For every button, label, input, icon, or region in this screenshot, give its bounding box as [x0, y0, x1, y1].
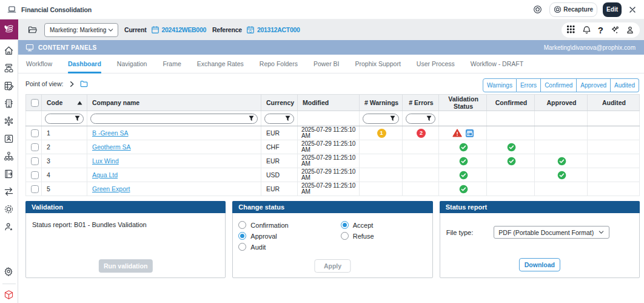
tab-user-process[interactable]: User Process: [409, 55, 463, 73]
file-type-select[interactable]: PDF (Portable Document Format): [494, 226, 609, 239]
column-header-audited[interactable]: Audited: [588, 95, 640, 111]
tab-power-bi[interactable]: Power BI: [306, 55, 347, 73]
filter-company-input[interactable]: [95, 115, 249, 122]
tab-prophix-support[interactable]: Prophix Support: [347, 55, 409, 73]
confirmed-filter-button[interactable]: Confirmed: [541, 78, 577, 92]
sidebar-item-ledger[interactable]: [4, 169, 14, 179]
run-validation-button[interactable]: Run validation: [99, 259, 152, 273]
column-header-company[interactable]: Company name: [87, 95, 261, 111]
tab-navigation[interactable]: Navigation: [109, 55, 155, 73]
funnel-icon[interactable]: [75, 115, 80, 121]
filter-cell-company: [87, 111, 261, 126]
decision-radio-accept[interactable]: Accept: [341, 221, 374, 229]
sidebar-item-sitemap[interactable]: [4, 63, 14, 73]
recapture-button[interactable]: Recapture: [549, 2, 597, 17]
capture-icon[interactable]: [533, 5, 542, 14]
select-all-checkbox[interactable]: [31, 99, 39, 107]
status-radio-approval[interactable]: Approval: [238, 232, 288, 240]
settings-icon[interactable]: [4, 267, 14, 277]
company-link[interactable]: B -Green SA: [92, 129, 129, 137]
company-link[interactable]: Aqua Ltd: [92, 171, 118, 179]
row-checkbox[interactable]: [31, 157, 39, 165]
apps-grid-icon[interactable]: [567, 26, 575, 34]
reference-scenario-link[interactable]: 201312ACT000: [257, 26, 300, 33]
funnel-icon[interactable]: [426, 115, 432, 121]
company-link[interactable]: Lux Wind: [92, 157, 119, 165]
warning-triangle-icon: [452, 129, 462, 137]
company-link[interactable]: Geotherm SA: [92, 143, 131, 151]
warnings-cell: 1: [360, 126, 403, 140]
funnel-icon[interactable]: [285, 115, 290, 121]
sidebar-item-home[interactable]: [4, 46, 14, 56]
column-header-confirmed[interactable]: Confirmed: [487, 95, 535, 111]
column-header-approved[interactable]: Approved: [535, 95, 588, 111]
radio-label: Confirmation: [250, 222, 288, 229]
apply-button[interactable]: Apply: [315, 259, 351, 273]
company-link[interactable]: Green Export: [92, 185, 130, 192]
tab-frame[interactable]: Frame: [155, 55, 189, 73]
filter-currency-input[interactable]: [269, 115, 285, 122]
sidebar-item-process[interactable]: [4, 116, 14, 126]
tab-workflow[interactable]: Workflow: [18, 55, 60, 73]
column-header-validation[interactable]: Validation Status: [439, 95, 487, 111]
decision-options-column: AcceptRefuse: [341, 221, 374, 251]
chevron-right-icon[interactable]: [69, 81, 75, 87]
user-icon[interactable]: [626, 26, 634, 35]
warnings-filter-button[interactable]: Warnings: [483, 78, 517, 92]
download-button[interactable]: Download: [519, 258, 560, 271]
sidebar-item-automation[interactable]: [4, 204, 14, 214]
help-icon[interactable]: ?: [598, 26, 603, 35]
row-select-cell: [26, 140, 42, 154]
sidebar-item-user-admin[interactable]: [4, 222, 14, 232]
status-radio-audit[interactable]: Audit: [238, 243, 288, 251]
table-row: 5Green ExportEUR2025-07-29 11:25:10AM: [26, 182, 640, 196]
row-checkbox[interactable]: [31, 143, 39, 151]
company-cell: Green Export: [87, 182, 261, 196]
sidebar-item-building[interactable]: [4, 98, 14, 109]
tab-repo-folders[interactable]: Repo Folders: [252, 55, 306, 73]
tab-exchange-rates[interactable]: Exchange Rates: [189, 55, 252, 73]
radio-label: Approval: [250, 233, 277, 240]
row-checkbox[interactable]: [31, 129, 39, 137]
status-radio-confirmation[interactable]: Confirmation: [238, 221, 288, 229]
row-checkbox[interactable]: [31, 185, 39, 193]
funnel-icon[interactable]: [390, 115, 395, 121]
modified-cell: 2025-07-29 11:25:10AM: [298, 140, 360, 154]
pov-folder-icon[interactable]: [80, 80, 88, 87]
sidebar-item-user-card[interactable]: [4, 134, 14, 144]
audited-filter-button[interactable]: Audited: [611, 78, 639, 92]
column-header-errors[interactable]: # Errors: [403, 95, 439, 111]
filter-code-input[interactable]: [50, 115, 75, 122]
row-checkbox[interactable]: [31, 171, 39, 179]
filter-warnings-input[interactable]: [367, 115, 390, 122]
close-icon[interactable]: [629, 6, 636, 13]
decision-radio-refuse[interactable]: Refuse: [341, 232, 374, 240]
sidebar-item-journal[interactable]: [4, 81, 14, 91]
errors-filter-button[interactable]: Errors: [517, 78, 541, 92]
column-header-code[interactable]: Code: [42, 95, 87, 111]
approved-filter-button[interactable]: Approved: [577, 78, 611, 92]
current-scenario-link[interactable]: 202412WEB000: [162, 26, 206, 33]
report-icon[interactable]: [465, 129, 474, 138]
cube-logo-icon[interactable]: [4, 290, 14, 300]
approved-cell: [535, 154, 588, 168]
sidebar-item-hierarchy[interactable]: [4, 151, 14, 162]
coins-logo-icon: [3, 24, 15, 35]
ai-sparkle-icon[interactable]: [610, 26, 619, 35]
tab-dashboard[interactable]: Dashboard: [60, 55, 109, 73]
tab-workflow-draft[interactable]: Workflow - DRAFT: [463, 55, 531, 73]
validation-status-cell: [439, 140, 487, 154]
column-header-currency[interactable]: Currency: [261, 95, 298, 111]
column-header-warnings[interactable]: # Warnings: [360, 95, 403, 111]
folder-icon[interactable]: [28, 26, 37, 34]
edit-button[interactable]: Edit: [603, 2, 622, 17]
funnel-icon[interactable]: [249, 115, 254, 121]
filter-errors-input[interactable]: [411, 115, 426, 122]
currency-cell: USD: [261, 168, 298, 182]
validation-status-cell: [439, 126, 487, 140]
scenario-select[interactable]: Marketing: Marketing: [44, 23, 118, 37]
notifications-bell-icon[interactable]: [582, 26, 591, 35]
sidebar-item-transfers[interactable]: [4, 186, 14, 197]
column-header-modified[interactable]: Modified: [298, 95, 360, 111]
brand-logo[interactable]: [0, 19, 18, 39]
